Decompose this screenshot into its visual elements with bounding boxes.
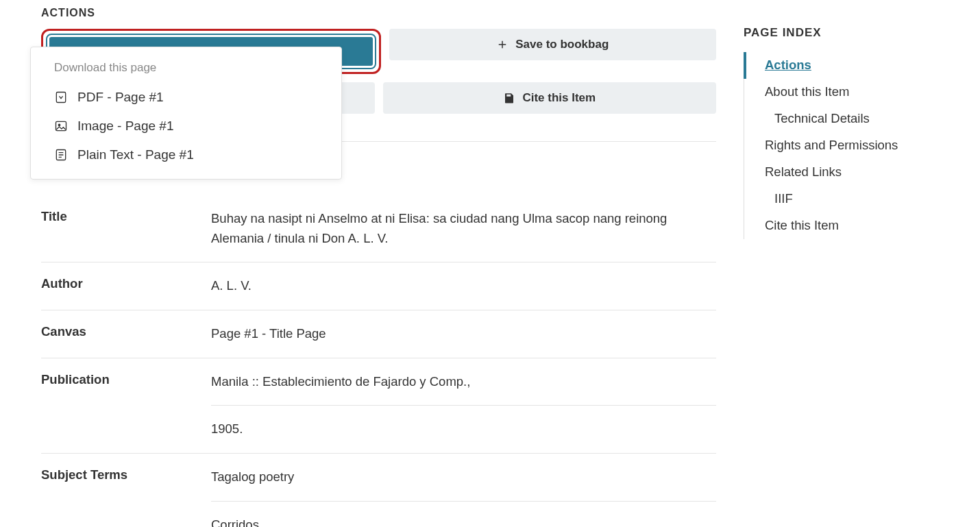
metadata-value: Tagalog poetry <box>211 454 716 502</box>
save-to-bookbag-label: Save to bookbag <box>515 38 609 51</box>
metadata-value: Manila :: Establecimiento de Fajardo y C… <box>211 358 716 406</box>
page-index-item[interactable]: About this Item <box>744 79 939 106</box>
svg-rect-0 <box>56 93 65 103</box>
metadata-row: Subject TermsTagalog poetryCorridos <box>41 454 716 527</box>
page-index-item[interactable]: Actions <box>744 52 939 79</box>
metadata-row: PublicationManila :: Establecimiento de … <box>41 358 716 454</box>
metadata-label: Author <box>41 262 211 310</box>
metadata-value-col: Tagalog poetryCorridos <box>211 454 716 527</box>
metadata-label: Canvas <box>41 310 211 358</box>
cite-item-label: Cite this Item <box>522 91 596 105</box>
save-icon <box>503 92 515 104</box>
plus-icon <box>496 38 509 51</box>
download-dropdown-header: Download this page <box>31 61 341 83</box>
download-pdf-option[interactable]: PDF - Page #1 <box>31 83 341 112</box>
svg-point-2 <box>58 124 60 126</box>
metadata-table: TitleBuhay na nasipt ni Anselmo at ni El… <box>41 195 716 527</box>
metadata-value: Page #1 - Title Page <box>211 310 716 358</box>
actions-heading: ACTIONS <box>41 7 716 19</box>
metadata-value-col: Manila :: Establecimiento de Fajardo y C… <box>211 358 716 454</box>
metadata-row: CanvasPage #1 - Title Page <box>41 310 716 358</box>
download-image-option[interactable]: Image - Page #1 <box>31 112 341 140</box>
download-text-option[interactable]: Plain Text - Page #1 <box>31 140 341 169</box>
metadata-value: 1905. <box>211 406 716 454</box>
metadata-value-col: Page #1 - Title Page <box>211 310 716 358</box>
metadata-row: AuthorA. L. V. <box>41 262 716 310</box>
page-index-item[interactable]: Cite this Item <box>744 212 939 239</box>
page-index-item[interactable]: IIIF <box>744 186 939 212</box>
image-icon <box>54 119 68 133</box>
metadata-label: Title <box>41 195 211 262</box>
page-index-item[interactable]: Related Links <box>744 159 939 186</box>
metadata-label: Publication <box>41 358 211 454</box>
metadata-value-col: Buhay na nasipt ni Anselmo at ni Elisa: … <box>211 195 716 262</box>
metadata-value: Buhay na nasipt ni Anselmo at ni Elisa: … <box>211 195 716 262</box>
page-index-list: ActionsAbout this ItemTechnical DetailsR… <box>744 52 939 239</box>
metadata-value: Corridos <box>211 502 716 527</box>
metadata-label: Subject Terms <box>41 454 211 527</box>
file-pdf-icon <box>54 90 68 104</box>
page-index-item[interactable]: Technical Details <box>744 106 939 132</box>
page-index-heading: PAGE INDEX <box>744 26 939 40</box>
download-image-label: Image - Page #1 <box>77 119 173 134</box>
download-dropdown: Download this page PDF - Page #1 Image -… <box>30 47 342 180</box>
metadata-row: TitleBuhay na nasipt ni Anselmo at ni El… <box>41 195 716 262</box>
page-index-item[interactable]: Rights and Permissions <box>744 132 939 159</box>
file-text-icon <box>54 148 68 162</box>
metadata-value-col: A. L. V. <box>211 262 716 310</box>
save-to-bookbag-button[interactable]: Save to bookbag <box>389 29 717 60</box>
download-text-label: Plain Text - Page #1 <box>77 147 194 162</box>
metadata-value: A. L. V. <box>211 262 716 310</box>
svg-rect-1 <box>56 121 66 130</box>
cite-item-button[interactable]: Cite this Item <box>383 82 717 114</box>
download-pdf-label: PDF - Page #1 <box>77 90 164 105</box>
